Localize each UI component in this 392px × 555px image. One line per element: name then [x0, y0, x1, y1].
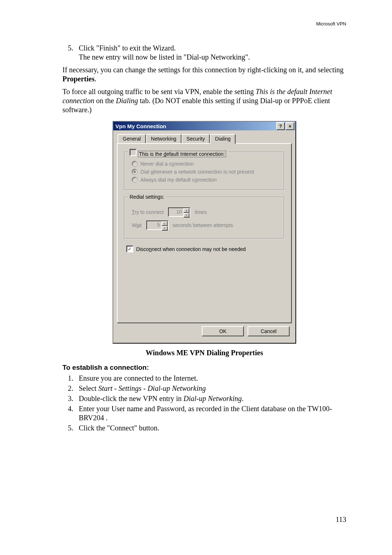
- p1-text-b: ing: [334, 66, 344, 74]
- wait-unit: seconds between attempts: [173, 222, 233, 228]
- dialog-tabstrip: General Networking Security Dialing: [118, 134, 292, 143]
- p1-text-c: .: [95, 75, 97, 83]
- radio-dial-whenever-row: Dial whenever a network connection is no…: [132, 169, 279, 175]
- p2-b: on the: [94, 97, 116, 105]
- page-number: 113: [336, 515, 346, 524]
- page-header-product: Microsoft VPN: [316, 21, 346, 27]
- try-connect-label: Try to connect: [132, 209, 164, 215]
- titlebar-help-button[interactable]: ?: [276, 122, 285, 130]
- disconnect-checkbox[interactable]: ✓: [126, 246, 133, 252]
- radio-always-dial[interactable]: [132, 177, 138, 183]
- spinner-up-icon[interactable]: ▲: [162, 221, 168, 226]
- figure-caption: Windows ME VPN Dialing Properties: [62, 349, 346, 357]
- establish-step-1: Ensure you are connected to the Internet…: [75, 374, 346, 383]
- spinner-up-icon[interactable]: ▲: [183, 208, 189, 213]
- paragraph-force-vpn: To force all outgoing traffic to be sent…: [62, 87, 346, 114]
- try-connect-row: Try to connect 10 ▲ ▼ times: [132, 207, 279, 217]
- step5-line1: Click "Finish" to exit the Wizard.: [79, 44, 176, 52]
- spinner-down-icon[interactable]: ▼: [162, 226, 168, 231]
- establish-step-5: Click the "Connect" button.: [75, 424, 346, 433]
- establish-step-3: Double-click the new VPN entry in Dial-u…: [75, 394, 346, 403]
- try-connect-spinner[interactable]: 10 ▲ ▼: [168, 207, 190, 217]
- tab-general[interactable]: General: [118, 134, 146, 143]
- wait-value: 5: [147, 221, 162, 229]
- wizard-step-5: Click "Finish" to exit the Wizard. The n…: [75, 44, 346, 62]
- tab-security[interactable]: Security: [181, 134, 210, 143]
- radio-dial-whenever[interactable]: [132, 169, 138, 175]
- radio-always-dial-row: Always dial my default connection: [132, 177, 279, 183]
- p1-bold: Properties: [62, 75, 95, 83]
- spinner-arrows: ▲ ▼: [162, 221, 168, 229]
- tab-dialing[interactable]: Dialing: [210, 134, 236, 144]
- default-connection-checkbox[interactable]: [130, 149, 136, 156]
- p2-i2: Dialing: [116, 97, 138, 105]
- try-connect-value: 10: [169, 208, 183, 216]
- radio-never-dial-row: Never dial a connection: [132, 161, 279, 167]
- p1-text-a: If necessary, you can change the setting…: [62, 66, 334, 74]
- tab-networking[interactable]: Networking: [146, 134, 181, 143]
- establish-steps: Ensure you are connected to the Internet…: [62, 374, 346, 433]
- tab-panel-dialing: This is the default Internet connection:…: [117, 143, 292, 323]
- establish-step-2: Select Start - Settings - Dial-up Networ…: [75, 384, 346, 393]
- spinner-down-icon[interactable]: ▼: [183, 213, 189, 218]
- default-connection-legend-row: This is the default Internet connection:: [128, 149, 228, 157]
- spinner-arrows: ▲ ▼: [183, 208, 189, 216]
- radio-never-dial-label: Never dial a connection: [140, 161, 193, 167]
- vpn-properties-dialog: Vpn My Connection ? × General Networking…: [113, 121, 296, 344]
- radio-dial-whenever-label: Dial whenever a network connection is no…: [140, 169, 254, 175]
- section-establish-heading: To establish a connection:: [62, 364, 346, 372]
- titlebar-close-button[interactable]: ×: [286, 122, 294, 130]
- disconnect-row: ✓ Disconnect when connection may not be …: [126, 246, 285, 252]
- redial-legend: Redial settings:: [128, 194, 166, 200]
- disconnect-label: Disconnect when connection may not be ne…: [136, 246, 246, 252]
- cancel-button[interactable]: Cancel: [248, 326, 290, 336]
- dialog-title: Vpn My Connection: [115, 123, 275, 129]
- dialog-button-row: OK Cancel: [117, 323, 292, 339]
- wait-row: Wait 5 ▲ ▼ seconds between attempts: [132, 220, 279, 230]
- group-default-connection: This is the default Internet connection:…: [124, 152, 285, 190]
- establish-step-4: Enter your User name and Password, as re…: [75, 404, 346, 422]
- p2-a: To force all outgoing traffic to be sent…: [62, 88, 256, 96]
- paragraph-change-settings: If necessary, you can change the setting…: [62, 65, 346, 84]
- radio-never-dial[interactable]: [132, 161, 138, 167]
- try-connect-unit: times: [195, 209, 207, 215]
- dialog-titlebar: Vpn My Connection ? ×: [113, 122, 295, 130]
- radio-always-dial-label: Always dial my default connection: [140, 177, 217, 183]
- wait-spinner[interactable]: 5 ▲ ▼: [146, 220, 168, 230]
- default-connection-legend: This is the default Internet connection:: [138, 151, 226, 157]
- radio-dot-icon: [134, 171, 136, 173]
- group-redial-settings: Redial settings: Try to connect 10 ▲ ▼ t…: [124, 197, 285, 239]
- wizard-step-list: Click "Finish" to exit the Wizard. The n…: [62, 44, 346, 62]
- ok-button[interactable]: OK: [202, 326, 244, 336]
- wait-label: Wait: [132, 222, 142, 228]
- step5-line2: The new entry will now be listed in "Dia…: [79, 53, 250, 61]
